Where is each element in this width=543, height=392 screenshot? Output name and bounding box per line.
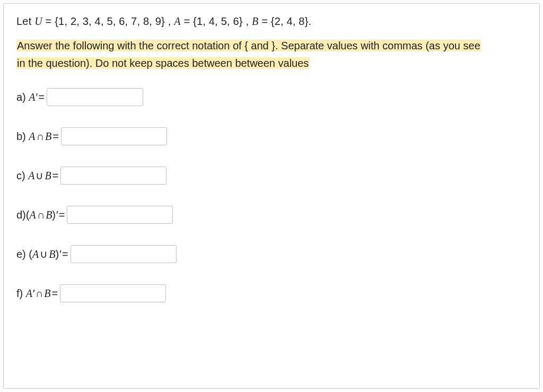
intro-prefix: Let [16, 15, 34, 27]
question-d-label: d)(A∩B)′= [16, 209, 66, 221]
question-f-label: f) A′∩B= [16, 288, 59, 300]
instructions-line2: in the question). Do not keep spaces bet… [16, 57, 309, 69]
set-A: = {1, 4, 5, 6} , [181, 15, 252, 27]
question-f: f) A′∩B= [16, 284, 527, 302]
question-c-label: c) A∪B= [16, 169, 59, 182]
instructions: Answer the following with the correct no… [16, 37, 527, 72]
answer-b-input[interactable] [61, 127, 167, 145]
var-A: A [174, 15, 180, 27]
var-U: U [34, 15, 42, 27]
question-a: a) A′= [16, 88, 527, 106]
answer-d-input[interactable] [67, 206, 173, 224]
instructions-line1: Answer the following with the correct no… [16, 40, 481, 51]
set-U: = {1, 2, 3, 4, 5, 6, 7, 8, 9} , [42, 15, 174, 27]
answer-c-input[interactable] [60, 167, 167, 185]
question-c: c) A∪B= [16, 167, 527, 185]
question-e-label: e) (A∪B)′= [16, 248, 69, 260]
question-a-label: a) A′= [16, 91, 46, 103]
question-b: b) A∩B= [16, 127, 527, 145]
answer-a-input[interactable] [47, 88, 143, 106]
answer-f-input[interactable] [60, 284, 166, 302]
problem-statement: Let U = {1, 2, 3, 4, 5, 6, 7, 8, 9} , A … [16, 15, 527, 28]
question-e: e) (A∪B)′= [16, 245, 527, 263]
question-d: d)(A∩B)′= [16, 206, 527, 224]
answer-e-input[interactable] [71, 245, 177, 263]
var-B: B [252, 15, 258, 27]
set-B: = {2, 4, 8}. [258, 15, 311, 27]
question-b-label: b) A∩B= [16, 130, 60, 143]
question-panel: { "intro": { "prefix": "Let ", "U_var": … [3, 3, 540, 389]
